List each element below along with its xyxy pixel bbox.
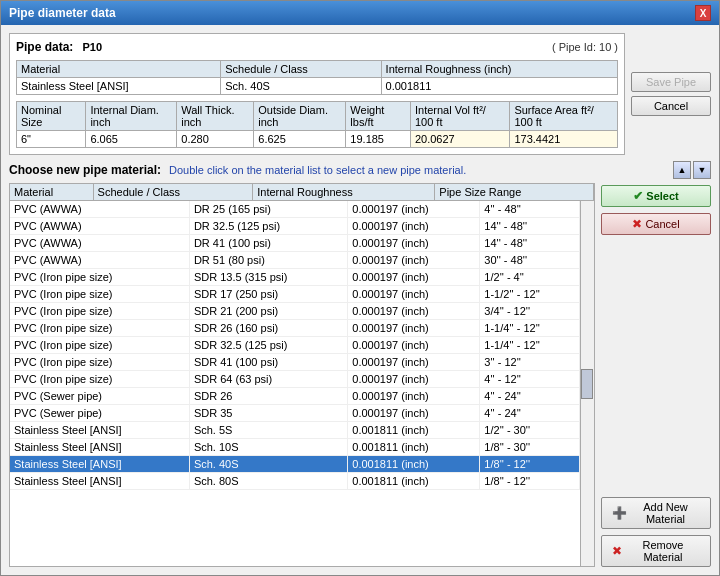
scrollbar[interactable] xyxy=(580,201,594,566)
table-cell: 4'' - 12'' xyxy=(480,371,580,388)
table-cell: 0.001811 (inch) xyxy=(348,456,480,473)
nominal-col-header: Surface Area ft²/ 100 ft xyxy=(510,102,618,131)
table-row[interactable]: PVC (Iron pipe size)SDR 64 (63 psi)0.000… xyxy=(10,371,580,388)
material-table: MaterialSchedule / ClassInternal Roughne… xyxy=(10,184,594,201)
table-cell: SDR 26 (160 psi) xyxy=(189,320,347,337)
check-icon: ✔ xyxy=(633,189,643,203)
table-cell: 0.000197 (inch) xyxy=(348,337,480,354)
table-row[interactable]: Stainless Steel [ANSI]Sch. 40S0.001811 (… xyxy=(10,456,580,473)
table-cell: 3'' - 12'' xyxy=(480,354,580,371)
select-button[interactable]: ✔ Select xyxy=(601,185,711,207)
table-cell: 4'' - 48'' xyxy=(480,201,580,218)
table-cell: Stainless Steel [ANSI] xyxy=(10,456,189,473)
table-row[interactable]: PVC (AWWA)DR 51 (80 psi)0.000197 (inch)3… xyxy=(10,252,580,269)
nominal-col-header: Nominal Size xyxy=(17,102,86,131)
roughness-header: Internal Roughness (inch) xyxy=(381,61,617,78)
table-cell: 1/8'' - 30'' xyxy=(480,439,580,456)
nominal-cell: 20.0627 xyxy=(410,131,509,148)
table-cell: PVC (AWWA) xyxy=(10,218,189,235)
table-cell: PVC (Sewer pipe) xyxy=(10,388,189,405)
table-row[interactable]: PVC (Iron pipe size)SDR 41 (100 psi)0.00… xyxy=(10,354,580,371)
table-cell: 1/2'' - 30'' xyxy=(480,422,580,439)
table-row[interactable]: PVC (Sewer pipe)SDR 350.000197 (inch)4''… xyxy=(10,405,580,422)
pipe-id: ( Pipe Id: 10 ) xyxy=(552,41,618,53)
table-row[interactable]: PVC (Iron pipe size)SDR 17 (250 psi)0.00… xyxy=(10,286,580,303)
table-cell: Sch. 80S xyxy=(189,473,347,490)
table-cell: 0.000197 (inch) xyxy=(348,303,480,320)
table-cell: 0.000197 (inch) xyxy=(348,235,480,252)
table-cell: 14'' - 48'' xyxy=(480,218,580,235)
table-cell: 1-1/2'' - 12'' xyxy=(480,286,580,303)
table-cell: 0.001811 (inch) xyxy=(348,422,480,439)
table-cell: SDR 21 (200 psi) xyxy=(189,303,347,320)
table-row[interactable]: PVC (AWWA)DR 32.5 (125 psi)0.000197 (inc… xyxy=(10,218,580,235)
add-material-button[interactable]: ➕ Add New Material xyxy=(601,497,711,529)
material-data-table[interactable]: PVC (AWWA)DR 25 (165 psi)0.000197 (inch)… xyxy=(10,201,580,490)
material-list-container: MaterialSchedule / ClassInternal Roughne… xyxy=(9,183,595,567)
table-row[interactable]: PVC (AWWA)DR 25 (165 psi)0.000197 (inch)… xyxy=(10,201,580,218)
nominal-col-header: Internal Vol ft²/ 100 ft xyxy=(410,102,509,131)
table-row[interactable]: Stainless Steel [ANSI]Sch. 5S0.001811 (i… xyxy=(10,422,580,439)
table-cell: 1/8'' - 12'' xyxy=(480,456,580,473)
table-cell: SDR 41 (100 psi) xyxy=(189,354,347,371)
table-cell: DR 32.5 (125 psi) xyxy=(189,218,347,235)
table-cell: SDR 17 (250 psi) xyxy=(189,286,347,303)
table-cell: 0.000197 (inch) xyxy=(348,405,480,422)
table-cell: 0.000197 (inch) xyxy=(348,320,480,337)
table-cell: 0.000197 (inch) xyxy=(348,354,480,371)
nominal-cell: 6" xyxy=(17,131,86,148)
remove-material-button[interactable]: ✖ Remove Material xyxy=(601,535,711,567)
nominal-col-header: Internal Diam. inch xyxy=(86,102,177,131)
cancel-select-button[interactable]: ✖ Cancel xyxy=(601,213,711,235)
nominal-cell: 6.625 xyxy=(254,131,346,148)
table-cell: PVC (Iron pipe size) xyxy=(10,354,189,371)
remove-icon: ✖ xyxy=(612,544,622,558)
table-cell: DR 41 (100 psi) xyxy=(189,235,347,252)
table-row[interactable]: PVC (AWWA)DR 41 (100 psi)0.000197 (inch)… xyxy=(10,235,580,252)
table-cell: 0.000197 (inch) xyxy=(348,252,480,269)
table-cell: 0.000197 (inch) xyxy=(348,201,480,218)
table-cell: PVC (Iron pipe size) xyxy=(10,320,189,337)
nav-down-button[interactable]: ▼ xyxy=(693,161,711,179)
table-row[interactable]: PVC (Iron pipe size)SDR 32.5 (125 psi)0.… xyxy=(10,337,580,354)
table-row[interactable]: PVC (Iron pipe size)SDR 21 (200 psi)0.00… xyxy=(10,303,580,320)
table-row[interactable]: PVC (Iron pipe size)SDR 13.5 (315 psi)0.… xyxy=(10,269,580,286)
cancel-button[interactable]: Cancel xyxy=(631,96,711,116)
table-row[interactable]: PVC (Iron pipe size)SDR 26 (160 psi)0.00… xyxy=(10,320,580,337)
schedule-header: Schedule / Class xyxy=(221,61,381,78)
table-cell: 1-1/4'' - 12'' xyxy=(480,337,580,354)
nominal-table: Nominal SizeInternal Diam. inchWall Thic… xyxy=(16,101,618,148)
table-cell: PVC (Iron pipe size) xyxy=(10,337,189,354)
table-cell: 0.000197 (inch) xyxy=(348,218,480,235)
pipe-info-table: Material Schedule / Class Internal Rough… xyxy=(16,60,618,95)
nominal-col-header: Outside Diam. inch xyxy=(254,102,346,131)
table-cell: 0.000197 (inch) xyxy=(348,286,480,303)
table-cell: 1/2'' - 4'' xyxy=(480,269,580,286)
table-cell: 0.001811 (inch) xyxy=(348,439,480,456)
table-cell: PVC (AWWA) xyxy=(10,252,189,269)
table-row[interactable]: PVC (Sewer pipe)SDR 260.000197 (inch)4''… xyxy=(10,388,580,405)
table-row[interactable]: Stainless Steel [ANSI]Sch. 80S0.001811 (… xyxy=(10,473,580,490)
nominal-col-header: Weight lbs/ft xyxy=(346,102,411,131)
table-cell: Sch. 10S xyxy=(189,439,347,456)
nav-up-button[interactable]: ▲ xyxy=(673,161,691,179)
pipe-name: P10 xyxy=(83,41,103,53)
table-cell: SDR 64 (63 psi) xyxy=(189,371,347,388)
nominal-cell: 0.280 xyxy=(177,131,254,148)
table-cell: 0.000197 (inch) xyxy=(348,388,480,405)
save-pipe-button[interactable]: Save Pipe xyxy=(631,72,711,92)
table-cell: Stainless Steel [ANSI] xyxy=(10,422,189,439)
table-row[interactable]: Stainless Steel [ANSI]Sch. 10S0.001811 (… xyxy=(10,439,580,456)
choose-hint: Double click on the material list to sel… xyxy=(169,164,466,176)
table-cell: 4'' - 24'' xyxy=(480,405,580,422)
material-col-header: Internal Roughness xyxy=(253,184,435,201)
roughness-value: 0.001811 xyxy=(381,78,617,95)
table-cell: PVC (Iron pipe size) xyxy=(10,269,189,286)
cancel-icon: ✖ xyxy=(632,217,642,231)
add-icon: ➕ xyxy=(612,506,627,520)
schedule-value: Sch. 40S xyxy=(221,78,381,95)
material-col-header: Pipe Size Range xyxy=(435,184,594,201)
close-button[interactable]: X xyxy=(695,5,711,21)
table-cell: DR 51 (80 psi) xyxy=(189,252,347,269)
nominal-cell: 6.065 xyxy=(86,131,177,148)
